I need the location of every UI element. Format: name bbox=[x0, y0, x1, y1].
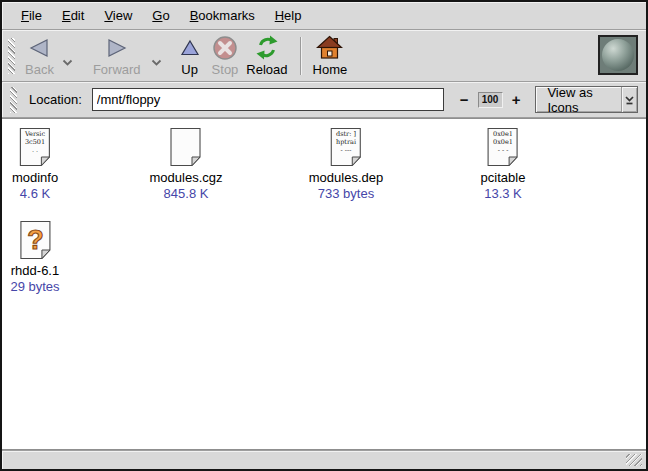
dropdown-arrow-icon bbox=[621, 87, 637, 112]
file-item[interactable]: ? rhdd-6.1 29 bytes bbox=[10, 220, 59, 294]
up-icon bbox=[180, 35, 200, 60]
menu-view[interactable]: View bbox=[94, 4, 142, 27]
file-size: 29 bytes bbox=[10, 279, 59, 294]
forward-history-dropdown[interactable] bbox=[151, 52, 162, 70]
back-icon bbox=[28, 35, 50, 60]
menu-file[interactable]: File bbox=[11, 4, 52, 27]
file-size: 733 bytes bbox=[318, 186, 374, 201]
forward-icon bbox=[106, 35, 128, 60]
back-button[interactable]: Back bbox=[25, 35, 54, 77]
menu-bookmarks[interactable]: Bookmarks bbox=[180, 4, 265, 27]
home-button[interactable]: Home bbox=[313, 35, 348, 77]
zoom-in-button[interactable]: + bbox=[510, 91, 523, 108]
toolbar: Back Forward Up bbox=[2, 30, 646, 82]
file-size: 845.8 K bbox=[164, 186, 209, 201]
up-button[interactable]: Up bbox=[180, 35, 200, 77]
reload-button[interactable]: Reload bbox=[246, 35, 287, 77]
toolbar-separator bbox=[300, 37, 301, 75]
file-name: modules.dep bbox=[309, 170, 383, 185]
file-size: 4.6 K bbox=[20, 186, 50, 201]
file-name: pcitable bbox=[481, 170, 526, 185]
file-icon: ? bbox=[18, 220, 52, 260]
home-icon bbox=[316, 35, 343, 60]
zoom-out-button[interactable]: − bbox=[458, 91, 471, 108]
file-preview-text: 0x0e10x0e1- - - bbox=[487, 130, 519, 154]
location-input[interactable] bbox=[92, 88, 444, 111]
file-size: 13.3 K bbox=[484, 186, 522, 201]
location-bar: Location: − 100 + View as Icons bbox=[2, 82, 646, 118]
view-mode-label: View as Icons bbox=[536, 87, 621, 112]
file-icon: dstr: ]hptrai- --- bbox=[329, 127, 363, 167]
file-icon: 0x0e10x0e1- - - bbox=[486, 127, 520, 167]
forward-button[interactable]: Forward bbox=[93, 35, 141, 77]
menu-edit[interactable]: Edit bbox=[52, 4, 94, 27]
file-icon bbox=[169, 127, 203, 167]
file-item[interactable]: modules.cgz 845.8 K bbox=[150, 127, 223, 201]
menu-go[interactable]: Go bbox=[142, 4, 179, 27]
file-manager-window: File Edit View Go Bookmarks Help Back Fo… bbox=[0, 0, 648, 471]
reload-icon bbox=[254, 35, 280, 60]
stop-icon bbox=[212, 35, 238, 60]
file-item[interactable]: 0x0e10x0e1- - - pcitable 13.3 K bbox=[481, 127, 526, 201]
svg-text:?: ? bbox=[27, 225, 44, 255]
file-preview-text: Versic3c501. . bbox=[19, 130, 51, 154]
location-label: Location: bbox=[29, 92, 82, 107]
file-icon: Versic3c501. . bbox=[18, 127, 52, 167]
zoom-level-indicator: 100 bbox=[478, 92, 503, 108]
menu-help[interactable]: Help bbox=[265, 4, 312, 27]
locationbar-drag-handle[interactable] bbox=[10, 87, 17, 113]
file-preview-text: dstr: ]hptrai- --- bbox=[330, 130, 362, 154]
file-name: rhdd-6.1 bbox=[11, 263, 59, 278]
back-history-dropdown[interactable] bbox=[62, 52, 73, 70]
file-name: modinfo bbox=[12, 170, 58, 185]
toolbar-drag-handle[interactable] bbox=[8, 38, 15, 74]
file-item[interactable]: Versic3c501. . modinfo 4.6 K bbox=[12, 127, 58, 201]
file-item[interactable]: dstr: ]hptrai- --- modules.dep 733 bytes bbox=[309, 127, 383, 201]
throbber-sphere-icon bbox=[602, 39, 634, 71]
icon-view-canvas: Versic3c501. . modinfo 4.6 K modules.cgz… bbox=[2, 118, 646, 450]
resize-grip[interactable] bbox=[626, 454, 642, 466]
status-bar bbox=[2, 450, 646, 469]
menu-bar: File Edit View Go Bookmarks Help bbox=[2, 2, 646, 30]
stop-button[interactable]: Stop bbox=[212, 35, 239, 77]
view-mode-dropdown[interactable]: View as Icons bbox=[535, 86, 638, 113]
file-name: modules.cgz bbox=[150, 170, 223, 185]
throbber-logo bbox=[598, 35, 638, 75]
